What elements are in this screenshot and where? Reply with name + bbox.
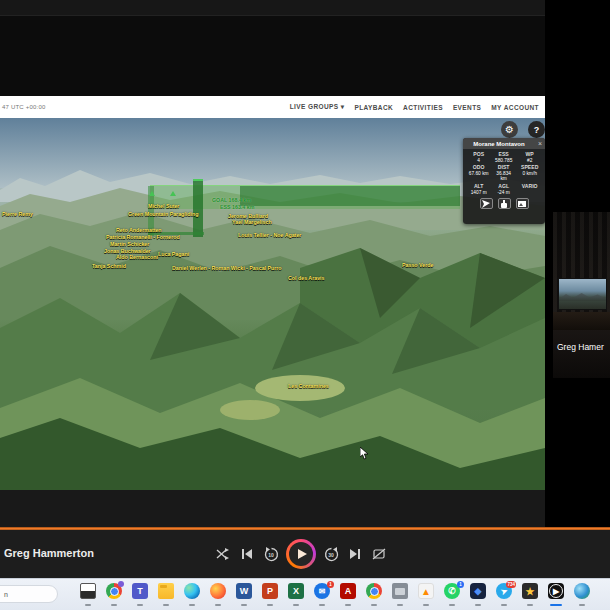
terrain-map[interactable]: Pierre RemyMichel SuterGreen Mountain Pa… — [0, 118, 545, 490]
pilot-label[interactable]: Yael Margelisch — [232, 220, 272, 225]
webcam-desk — [553, 312, 610, 330]
close-icon[interactable]: × — [535, 140, 545, 147]
mail-icon-tile: ✉1 — [314, 583, 330, 599]
acrobat-icon-tile: A — [340, 583, 356, 599]
gear-icon: ⚙ — [505, 124, 514, 135]
stat-value: 67.60 km — [469, 171, 489, 176]
webcam-video-tile[interactable]: Greg Hamer — [553, 212, 610, 378]
powerpoint-icon-tile: P — [262, 583, 278, 599]
search-text-fragment: n — [4, 591, 8, 598]
play-icon — [298, 549, 307, 559]
task-label: ESS 163.4 km — [220, 205, 254, 210]
telegram-icon[interactable]: ➤734 — [496, 582, 512, 608]
word-icon-tile: W — [236, 583, 252, 599]
stat-label: VARIO — [519, 183, 541, 188]
notification-badge — [118, 581, 124, 587]
next-track-button[interactable] — [346, 545, 364, 563]
vlc-icon-tile: ▲ — [418, 583, 434, 599]
panel-title-bar[interactable]: Morane Montavon × — [463, 138, 545, 149]
goal-cylinder-core — [240, 186, 460, 206]
mouse-cursor — [360, 447, 369, 460]
pilot-label[interactable]: Tanja Schmid — [92, 264, 126, 269]
media-star-icon[interactable]: ★ — [522, 582, 538, 608]
stat-value: -24 m — [494, 190, 514, 195]
help-button[interactable]: ? — [528, 121, 545, 138]
top-black-band — [0, 0, 610, 96]
tracker-header: 47 UTC +00:00 LIVE GROUPS ▾PLAYBACKACTIV… — [0, 96, 545, 118]
nav-item-activities[interactable]: ACTIVITIES — [403, 104, 443, 111]
task-label: GOAL 168.4 km — [212, 198, 251, 203]
stat-alt: ALT1407 m — [466, 183, 491, 195]
photo-icon — [518, 200, 526, 208]
pilot-label[interactable]: Martin Schicker — [110, 242, 149, 247]
chrome-profile-icon[interactable] — [366, 582, 382, 608]
shuffle-icon — [216, 548, 230, 560]
skip-previous-icon — [241, 548, 253, 560]
tracker-nav: LIVE GROUPS ▾PLAYBACKACTIVITIESEVENTSMY … — [290, 103, 539, 111]
pilot-label[interactable]: Pierre Remy — [2, 212, 33, 217]
chrome-icon[interactable] — [106, 582, 122, 608]
media-player-icon[interactable]: ▶ — [548, 582, 564, 608]
stat-value: 1407 m — [469, 190, 489, 195]
running-indicator — [371, 604, 377, 606]
shuffle-button[interactable] — [214, 545, 232, 563]
hexagon-app-icon[interactable]: ◆ — [470, 582, 486, 608]
replay-seconds: 10 — [262, 552, 280, 558]
edge-icon[interactable] — [184, 582, 200, 608]
nav-item-live-groups[interactable]: LIVE GROUPS ▾ — [290, 103, 345, 111]
help-icon: ? — [534, 125, 540, 135]
stat-label: POS — [468, 151, 490, 156]
forward-30-button[interactable]: 30 — [322, 545, 340, 563]
globe-app-icon[interactable] — [574, 582, 590, 608]
play-button[interactable] — [286, 539, 316, 569]
stat-dist: DIST36.834 km — [491, 164, 516, 182]
running-indicator — [527, 604, 533, 606]
firefox-icon[interactable] — [210, 582, 226, 608]
follow-pilot-button[interactable] — [480, 198, 493, 209]
running-indicator — [189, 604, 195, 606]
excel-icon-tile: X — [288, 583, 304, 599]
whatsapp-icon[interactable]: ✆1 — [444, 582, 460, 608]
forward-seconds: 30 — [322, 552, 340, 558]
chrome-icon-tile — [106, 583, 122, 599]
pilot-label[interactable]: Patricia Romanelli - Fornerod — [106, 235, 180, 240]
file-explorer-icon[interactable] — [158, 582, 174, 608]
photo-view-button[interactable] — [516, 198, 529, 209]
stat-odo: ODO67.60 km — [466, 164, 491, 182]
running-indicator — [293, 604, 299, 606]
word-icon[interactable]: W — [236, 582, 252, 608]
pilot-label[interactable]: Luca Pagani — [158, 252, 189, 257]
media-star-icon-tile: ★ — [522, 583, 538, 599]
previous-track-button[interactable] — [238, 545, 256, 563]
player-bar: Greg Hammerton — [0, 530, 610, 578]
autoplay-off-button[interactable] — [370, 545, 388, 563]
replay-10-button[interactable]: 10 — [262, 545, 280, 563]
pilot-view-button[interactable] — [498, 198, 511, 209]
hexagon-app-icon-tile: ◆ — [470, 583, 486, 599]
taskbar-icons: TWPX✉1A▲✆1◆➤734★▶ — [80, 582, 590, 608]
excel-icon[interactable]: X — [288, 582, 304, 608]
pilot-label[interactable]: Daniel Werlen - Roman Wicki - Pascal Pur… — [172, 266, 282, 271]
nav-item-events[interactable]: EVENTS — [453, 104, 481, 111]
running-indicator — [579, 604, 585, 606]
pilot-label[interactable]: Green Mountain Paragliding — [128, 212, 198, 217]
globe-app-icon-tile — [574, 583, 590, 599]
teams-icon[interactable]: T — [132, 582, 148, 608]
place-label: Col des Aravis — [288, 276, 324, 281]
taskbar-search-input[interactable]: n — [0, 585, 58, 603]
pilot-label[interactable]: Louis Tellier - Noe Agater — [238, 233, 301, 238]
stat-wp: WP#2 — [517, 151, 542, 163]
map-settings-button[interactable]: ⚙ — [501, 121, 518, 138]
nav-item-playback[interactable]: PLAYBACK — [354, 104, 393, 111]
mail-icon[interactable]: ✉1 — [314, 582, 330, 608]
task-view-icon[interactable] — [80, 582, 96, 608]
remote-desktop-icon[interactable] — [392, 582, 408, 608]
pilot-label[interactable]: Aldo Bernasconi — [116, 255, 158, 260]
pilot-label[interactable]: Reto Andermatten — [116, 228, 162, 233]
acrobat-icon[interactable]: A — [340, 582, 356, 608]
nav-item-my-account[interactable]: MY ACCOUNT — [491, 104, 539, 111]
powerpoint-icon[interactable]: P — [262, 582, 278, 608]
vlc-icon[interactable]: ▲ — [418, 582, 434, 608]
stat-value: 4 — [469, 158, 489, 163]
pilot-label[interactable]: Michel Suter — [148, 204, 179, 209]
